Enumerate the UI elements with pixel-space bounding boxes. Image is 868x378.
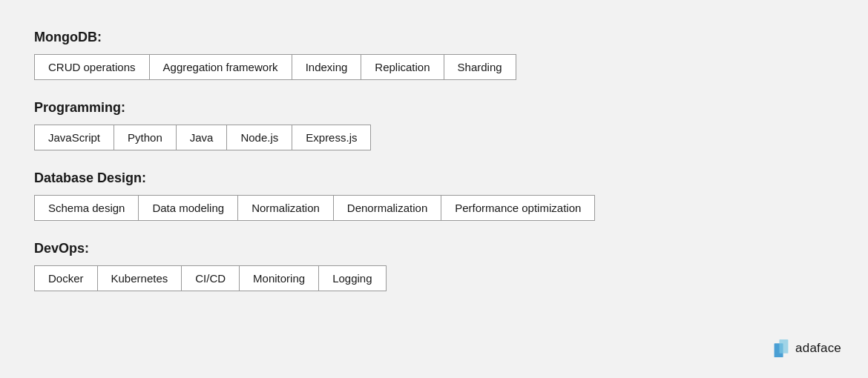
category-section-database-design: Database Design:Schema designData modeli… (34, 170, 834, 220)
tags-row-programming: JavaScriptPythonJavaNode.jsExpress.js (34, 125, 834, 150)
tag[interactable]: Schema design (34, 195, 139, 221)
tags-row-mongodb: CRUD operationsAggregation frameworkInde… (34, 54, 834, 79)
tag[interactable]: CRUD operations (34, 54, 150, 80)
tag[interactable]: Logging (318, 265, 386, 291)
tags-row-database-design: Schema designData modelingNormalizationD… (34, 195, 834, 220)
tag[interactable]: Docker (34, 265, 98, 291)
tag[interactable]: Indexing (292, 54, 362, 80)
tag[interactable]: Normalization (237, 195, 334, 221)
tag[interactable]: Python (114, 125, 177, 150)
tag[interactable]: JavaScript (34, 125, 114, 150)
tag[interactable]: Sharding (444, 54, 516, 80)
tag[interactable]: Kubernetes (97, 265, 183, 291)
tag[interactable]: CI/CD (181, 265, 240, 291)
adaface-icon (773, 339, 789, 357)
tag[interactable]: Denormalization (333, 195, 441, 221)
category-title-mongodb: MongoDB: (34, 30, 834, 45)
category-title-programming: Programming: (34, 100, 834, 116)
main-content: MongoDB:CRUD operationsAggregation frame… (0, 0, 868, 341)
adaface-logo: adaface (773, 339, 841, 357)
tag[interactable]: Node.js (226, 125, 292, 150)
category-section-mongodb: MongoDB:CRUD operationsAggregation frame… (34, 30, 834, 79)
category-title-database-design: Database Design: (34, 170, 834, 186)
tags-row-devops: DockerKubernetesCI/CDMonitoringLogging (34, 265, 834, 291)
tag[interactable]: Express.js (292, 125, 371, 150)
tag[interactable]: Performance optimization (441, 195, 595, 221)
adaface-brand-name: adaface (795, 341, 841, 356)
tag[interactable]: Aggregation framework (149, 54, 292, 80)
category-title-devops: DevOps: (34, 241, 834, 256)
tag[interactable]: Replication (361, 54, 444, 80)
category-section-devops: DevOps:DockerKubernetesCI/CDMonitoringLo… (34, 241, 834, 291)
category-section-programming: Programming:JavaScriptPythonJavaNode.jsE… (34, 100, 834, 150)
tag[interactable]: Monitoring (239, 265, 319, 291)
svg-rect-1 (780, 339, 789, 354)
tag[interactable]: Java (176, 125, 228, 150)
tag[interactable]: Data modeling (138, 195, 238, 221)
